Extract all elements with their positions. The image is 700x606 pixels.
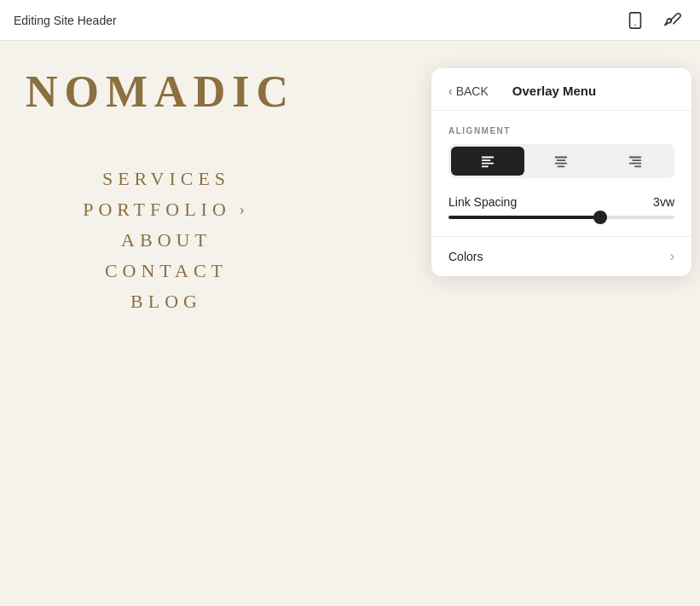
site-logo: NOMADIC <box>0 66 295 117</box>
back-button[interactable]: ‹ BACK <box>448 84 489 98</box>
preview-area: NOMADIC SERVICES PORTFOLIO › ABOUT CONTA… <box>0 41 333 606</box>
nav-menu: SERVICES PORTFOLIO › ABOUT CONTACT BLOG <box>0 168 333 313</box>
panel-title: Overlay Menu <box>512 84 596 98</box>
link-spacing-row: Link Spacing 3vw <box>448 195 674 209</box>
settings-panel: ‹ BACK Overlay Menu ALIGNMENT <box>431 68 691 276</box>
panel-header: ‹ BACK Overlay Menu <box>431 68 691 110</box>
align-right-button[interactable] <box>599 147 672 176</box>
top-bar: Editing Site Header <box>0 0 700 41</box>
link-spacing-slider[interactable] <box>448 216 674 219</box>
alignment-group <box>448 144 674 178</box>
back-chevron-icon: ‹ <box>448 84 453 98</box>
nav-item-blog[interactable]: BLOG <box>130 291 202 313</box>
top-bar-title: Editing Site Header <box>14 14 117 27</box>
nav-item-about[interactable]: ABOUT <box>121 229 211 251</box>
portfolio-arrow-icon: › <box>240 201 250 219</box>
link-spacing-value: 3vw <box>653 195 674 209</box>
tablet-icon[interactable] <box>622 7 649 34</box>
alignment-section: ALIGNMENT <box>431 126 691 219</box>
colors-label: Colors <box>448 250 483 263</box>
nav-item-contact[interactable]: CONTACT <box>105 260 228 282</box>
align-center-button[interactable] <box>524 147 598 176</box>
colors-chevron-icon: › <box>670 249 674 264</box>
header-divider <box>431 110 691 111</box>
nav-item-services[interactable]: SERVICES <box>102 168 230 190</box>
link-spacing-label: Link Spacing <box>448 195 517 209</box>
svg-rect-0 <box>630 12 641 27</box>
top-bar-icons <box>622 7 686 34</box>
alignment-label: ALIGNMENT <box>448 126 674 136</box>
brush-icon[interactable] <box>659 7 686 34</box>
slider-fill <box>448 216 600 219</box>
nav-item-portfolio[interactable]: PORTFOLIO › <box>83 199 250 221</box>
align-left-button[interactable] <box>451 147 524 176</box>
slider-thumb[interactable] <box>593 211 607 224</box>
colors-row[interactable]: Colors › <box>431 236 691 276</box>
